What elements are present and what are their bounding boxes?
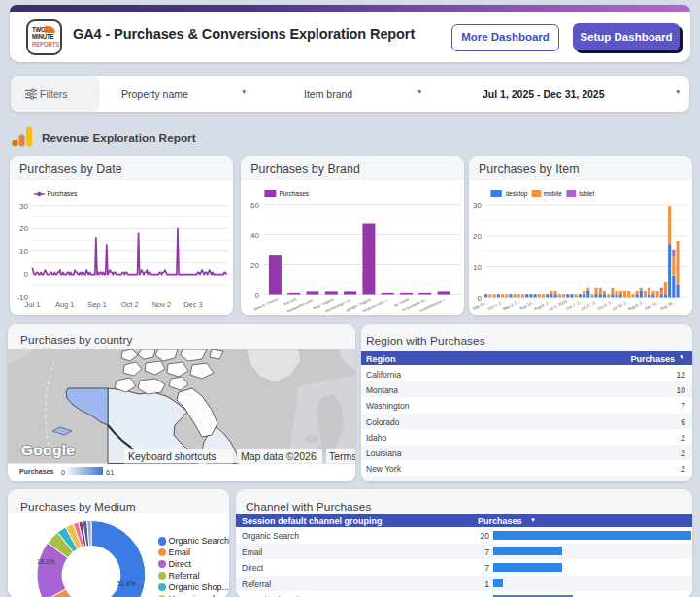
svg-text:60: 60 [250, 201, 259, 210]
svg-text:Aug 8, 2...: Aug 8, 2... [627, 299, 646, 312]
svg-text:20: 20 [473, 232, 482, 241]
svg-text:Nov 2: Nov 2 [152, 300, 172, 309]
svg-text:30: 30 [19, 202, 28, 211]
svg-text:Oct 2: Oct 2 [121, 300, 139, 309]
svg-text:10: 10 [19, 248, 28, 256]
svg-text:Purchases: Purchases [48, 190, 78, 197]
svg-text:Dec 3: Dec 3 [183, 300, 203, 309]
svg-text:40: 40 [250, 231, 259, 240]
svg-text:Sep 1: Sep 1 [87, 300, 107, 309]
svg-text:Jul 27, 2...: Jul 27, 2... [580, 299, 599, 312]
svg-text:mobile: mobile [544, 190, 563, 197]
svg-text:30: 30 [473, 201, 482, 210]
svg-text:51.4%: 51.4% [117, 580, 136, 587]
svg-text:Terms: Terms [329, 450, 355, 462]
svg-text:Aug 1: Aug 1 [55, 300, 75, 309]
svg-text:10: 10 [473, 263, 482, 272]
svg-text:Sep 3, 2...: Sep 3, 2... [502, 299, 520, 312]
svg-text:Dec 11,...: Dec 11,... [644, 299, 661, 311]
svg-text:Jul 1: Jul 1 [24, 300, 40, 309]
svg-text:tablet: tablet [579, 190, 594, 197]
svg-text:Google: Google [21, 442, 75, 458]
svg-text:20: 20 [19, 224, 28, 233]
svg-text:Aug 29,...: Aug 29,... [659, 299, 677, 311]
svg-text:18.1%: 18.1% [37, 558, 55, 565]
svg-text:0: 0 [255, 291, 260, 300]
svg-text:20: 20 [250, 261, 259, 270]
svg-text:Keyboard shortcuts: Keyboard shortcuts [128, 450, 216, 462]
svg-text:0: 0 [24, 270, 29, 279]
svg-text:desktop: desktop [506, 190, 528, 198]
svg-text:Map data ©2026: Map data ©2026 [241, 450, 317, 462]
svg-text:Purchases: Purchases [280, 190, 310, 197]
